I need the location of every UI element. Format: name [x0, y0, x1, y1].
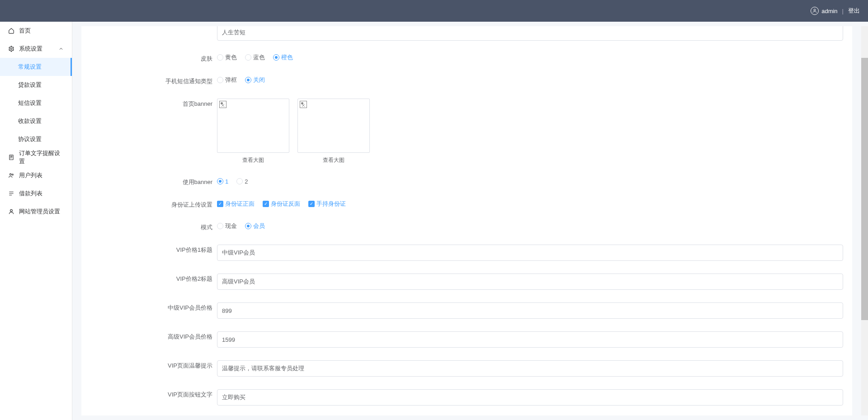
field-label-mode: 模式: [81, 219, 217, 232]
mode-radio-group: 现金 会员: [217, 222, 265, 230]
form-row-use-banner: 使用banner 1 2: [81, 174, 852, 187]
radio-label: 会员: [253, 222, 265, 230]
broken-image-icon: [300, 101, 307, 108]
document-icon: [8, 154, 14, 160]
sidebar-item-label: 用户列表: [19, 171, 42, 179]
scrollbar-track[interactable]: [861, 26, 868, 415]
svg-point-3: [10, 174, 12, 175]
username-label[interactable]: admin: [821, 8, 837, 14]
view-large-link-2[interactable]: 查看大图: [297, 156, 370, 164]
radio-label: 黄色: [225, 53, 237, 61]
sidebar-item-collect-settings[interactable]: 收款设置: [0, 112, 72, 130]
sidebar-item-home[interactable]: 首页: [0, 22, 72, 40]
list-icon: [8, 190, 14, 197]
field-label-id-upload: 身份证上传设置: [81, 197, 217, 209]
svg-point-0: [814, 9, 816, 11]
sidebar-item-label: 系统设置: [19, 45, 42, 53]
radio-label: 蓝色: [253, 53, 265, 61]
app-header: admin | 登出: [0, 0, 868, 22]
user-icon: [8, 208, 14, 215]
banner-image-2[interactable]: [297, 99, 370, 153]
radio-skin-orange[interactable]: 橙色: [273, 53, 293, 61]
form-row-mid-vip-price: 中级VIP会员价格: [81, 300, 852, 319]
form-row-banner: 首页banner 查看大图 查看大图: [81, 96, 852, 164]
sidebar-item-general-settings[interactable]: 常规设置: [0, 58, 72, 76]
sidebar-item-order-text[interactable]: 订单文字提醒设置: [0, 148, 72, 166]
view-large-link-1[interactable]: 查看大图: [217, 156, 289, 164]
sidebar-item-loan-list[interactable]: 借款列表: [0, 184, 72, 203]
scrollbar-thumb[interactable]: [861, 58, 868, 320]
sidebar-item-label: 收款设置: [18, 117, 42, 125]
high-vip-price-input[interactable]: [217, 331, 843, 348]
sidebar-item-loan-settings[interactable]: 贷款设置: [0, 76, 72, 94]
id-upload-checkbox-group: 身份证正面 身份证反面 手持身份证: [217, 200, 346, 208]
skin-radio-group: 黄色 蓝色 橙色: [217, 53, 293, 61]
sidebar-item-label: 借款列表: [19, 189, 42, 198]
vip-btn-input[interactable]: [217, 389, 843, 406]
sidebar-item-label: 订单文字提醒设置: [19, 149, 64, 165]
sms-type-radio-group: 弹框 关闭: [217, 76, 265, 84]
mid-vip-price-input[interactable]: [217, 302, 843, 319]
field-label-sms-type: 手机短信通知类型: [81, 73, 217, 86]
field-label-vip2-title: VIP价格2标题: [81, 271, 217, 283]
logout-link[interactable]: 登出: [848, 7, 860, 15]
radio-label: 1: [225, 178, 228, 185]
sidebar-item-system[interactable]: 系统设置: [0, 40, 72, 58]
banner-thumb-2: 查看大图: [297, 99, 370, 164]
radio-label: 橙色: [281, 53, 293, 61]
checkbox-label: 身份证正面: [225, 200, 255, 208]
form-row-high-vip-price: 高级VIP会员价格: [81, 329, 852, 348]
chevron-up-icon: [58, 46, 64, 52]
form-row-vip1-title: VIP价格1标题: [81, 242, 852, 261]
sidebar-item-label: 首页: [19, 27, 31, 35]
broken-image-icon: [219, 101, 226, 108]
sidebar-submenu-system: 常规设置 贷款设置 短信设置 收款设置 协议设置: [0, 58, 72, 148]
vip2-title-input[interactable]: [217, 274, 843, 290]
svg-point-5: [10, 209, 13, 212]
sidebar-item-sms-settings[interactable]: 短信设置: [0, 94, 72, 112]
form-row-vip2-title: VIP价格2标题: [81, 271, 852, 290]
sidebar: 首页 系统设置 常规设置 贷款设置 短信设置 收款设置 协议设置 订单文字提醒设…: [0, 22, 72, 420]
form-panel: 皮肤 黄色 蓝色 橙色 手机短信通知类型 弹框 关闭: [81, 26, 852, 415]
radio-label: 2: [245, 178, 248, 185]
form-row-mode: 模式 现金 会员: [81, 219, 852, 232]
form-row-vip-tip: VIP页面温馨提示: [81, 358, 852, 377]
radio-mode-cash[interactable]: 现金: [217, 222, 237, 230]
field-label-vip-btn: VIP页面按钮文字: [81, 387, 217, 399]
form-row-hidden-top: [81, 26, 852, 41]
checkbox-label: 手持身份证: [316, 200, 346, 208]
field-label-vip-tip: VIP页面温馨提示: [81, 358, 217, 370]
radio-banner-1[interactable]: 1: [217, 178, 228, 185]
use-banner-radio-group: 1 2: [217, 178, 248, 185]
radio-mode-member[interactable]: 会员: [245, 222, 265, 230]
radio-banner-2[interactable]: 2: [236, 178, 248, 185]
sidebar-item-label: 短信设置: [18, 99, 42, 107]
banner-image-1[interactable]: [217, 99, 289, 153]
radio-sms-popup[interactable]: 弹框: [217, 76, 237, 84]
top-cut-input[interactable]: [217, 26, 843, 41]
vip-tip-input[interactable]: [217, 360, 843, 377]
checkbox-id-back[interactable]: 身份证反面: [263, 200, 300, 208]
vip1-title-input[interactable]: [217, 245, 843, 261]
sidebar-item-admin[interactable]: 网站管理员设置: [0, 203, 72, 221]
checkbox-id-hand[interactable]: 手持身份证: [308, 200, 346, 208]
svg-point-1: [10, 48, 12, 50]
user-avatar-icon: [811, 7, 819, 15]
radio-skin-blue[interactable]: 蓝色: [245, 53, 265, 61]
form-row-skin: 皮肤 黄色 蓝色 橙色: [81, 51, 852, 63]
main-content: 皮肤 黄色 蓝色 橙色 手机短信通知类型 弹框 关闭: [72, 22, 868, 420]
form-row-sms-type: 手机短信通知类型 弹框 关闭: [81, 73, 852, 86]
field-label-use-banner: 使用banner: [81, 174, 217, 187]
sidebar-item-user-list[interactable]: 用户列表: [0, 166, 72, 184]
radio-label: 关闭: [253, 76, 265, 84]
radio-sms-close[interactable]: 关闭: [245, 76, 265, 84]
radio-label: 弹框: [225, 76, 237, 84]
sidebar-item-agreement-settings[interactable]: 协议设置: [0, 130, 72, 148]
header-separator: |: [842, 8, 844, 14]
checkbox-id-front[interactable]: 身份证正面: [217, 200, 255, 208]
radio-skin-yellow[interactable]: 黄色: [217, 53, 237, 61]
radio-label: 现金: [225, 222, 237, 230]
sidebar-item-label: 常规设置: [18, 63, 42, 71]
users-icon: [8, 172, 14, 179]
field-label-high-vip-price: 高级VIP会员价格: [81, 329, 217, 341]
